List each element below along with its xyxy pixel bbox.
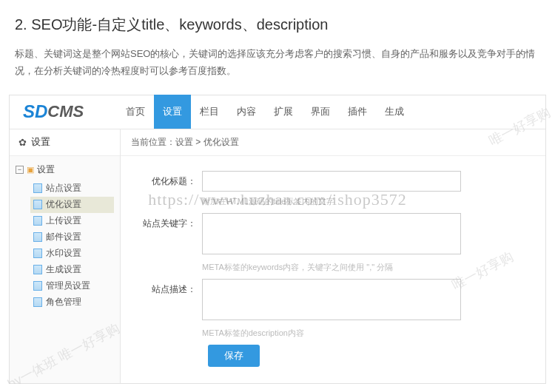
tree-item[interactable]: 上传设置 — [30, 213, 114, 229]
nav-item[interactable]: 扩展 — [265, 95, 302, 129]
article-paragraph: 标题、关键词这是整个网站SEO的核心，关键词的选择应该充分考虑客户的搜索习惯、自… — [15, 45, 540, 80]
tree-item-label: 水印设置 — [46, 247, 81, 260]
keywords-hint: META标签的keywords内容，关键字之间使用 "," 分隔 — [202, 262, 531, 273]
tree-root[interactable]: − ▣ 设置 — [16, 163, 114, 176]
tree-item[interactable]: 角色管理 — [30, 294, 114, 311]
doc-icon — [33, 183, 42, 193]
article-heading: 2. SEO功能-自定义title、keywords、description — [15, 15, 540, 35]
gear-icon: ✿ — [18, 137, 27, 148]
tree-collapse-icon[interactable]: − — [16, 166, 24, 174]
doc-icon — [33, 216, 42, 226]
breadcrumb: 当前位置：设置 > 优化设置 — [121, 129, 545, 156]
nav-item[interactable]: 内容 — [228, 95, 265, 129]
nav-item[interactable]: 设置 — [154, 95, 191, 129]
tree-item-label: 管理员设置 — [46, 280, 90, 292]
doc-icon — [33, 297, 42, 307]
nav-item[interactable]: 插件 — [339, 95, 376, 129]
sidebar: ✿ 设置 − ▣ 设置 站点设置优化设置上传设置邮件设置水印设置生成设置管理员设… — [10, 129, 121, 383]
save-button[interactable]: 保存 — [208, 345, 260, 367]
sidebar-title: ✿ 设置 — [10, 129, 120, 156]
tree-item-label: 站点设置 — [46, 182, 81, 195]
folder-icon: ▣ — [27, 165, 34, 175]
tree-item-label: 上传设置 — [46, 214, 81, 227]
doc-icon — [33, 249, 42, 258]
title-input[interactable] — [202, 171, 461, 192]
nav-item[interactable]: 栏目 — [191, 95, 228, 129]
tree-item-label: 生成设置 — [46, 263, 81, 276]
cms-screenshot: SDCMS 首页设置栏目内容扩展界面插件生成 ✿ 设置 − ▣ 设置 站点设置优… — [9, 95, 546, 384]
logo-cms: CMS — [47, 102, 84, 121]
nav-item[interactable]: 首页 — [117, 95, 154, 129]
keywords-label: 站点关键字： — [135, 213, 202, 273]
title-label: 优化标题： — [135, 171, 202, 207]
tree-item[interactable]: 管理员设置 — [30, 278, 114, 294]
logo: SDCMS — [10, 95, 117, 129]
doc-icon — [33, 281, 42, 291]
nav-item[interactable]: 生成 — [376, 95, 413, 129]
top-nav: 首页设置栏目内容扩展界面插件生成 — [117, 95, 413, 129]
tree-item[interactable]: 优化设置 — [30, 197, 114, 213]
tree-item-label: 邮件设置 — [46, 231, 81, 243]
doc-icon — [33, 232, 42, 242]
logo-sd: SD — [23, 101, 47, 122]
tree-item-label: 角色管理 — [46, 296, 81, 308]
desc-hint: META标签的description内容 — [202, 328, 531, 339]
main-panel: 当前位置：设置 > 优化设置 优化标题： 附加在HTML源码的title标签内的… — [121, 129, 545, 383]
sidebar-title-text: 设置 — [31, 135, 50, 149]
doc-icon — [33, 265, 42, 274]
keywords-input[interactable] — [202, 213, 461, 254]
title-hint: 附加在HTML源码的title标签内的文字 — [202, 196, 531, 207]
tree-item[interactable]: 生成设置 — [30, 262, 114, 278]
tree-item[interactable]: 站点设置 — [30, 180, 114, 197]
desc-input[interactable] — [202, 279, 461, 320]
nav-item[interactable]: 界面 — [302, 95, 339, 129]
tree-item[interactable]: 邮件设置 — [30, 229, 114, 246]
doc-icon — [33, 200, 42, 209]
tree-item-label: 优化设置 — [46, 198, 81, 211]
tree-item[interactable]: 水印设置 — [30, 246, 114, 262]
desc-label: 站点描述： — [135, 279, 202, 339]
tree-root-label: 设置 — [37, 163, 55, 176]
